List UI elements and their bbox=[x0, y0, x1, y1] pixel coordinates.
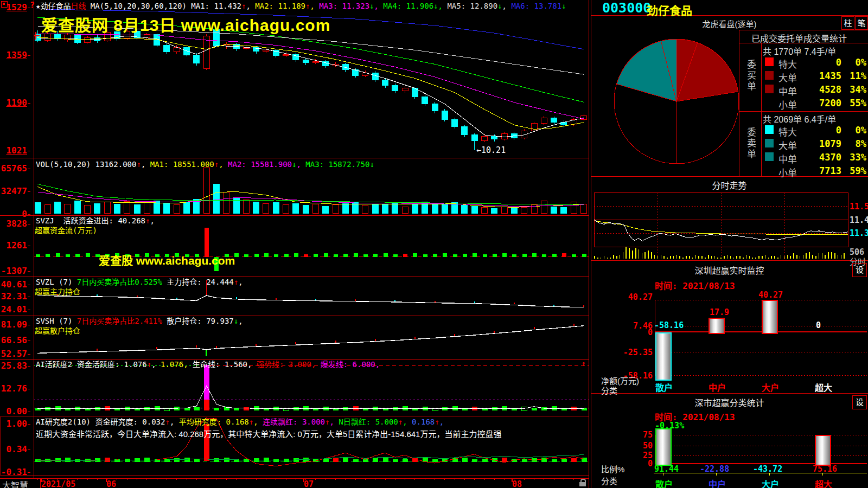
monitor-bar-大户 bbox=[762, 300, 778, 334]
stats-settings-button[interactable]: 设 bbox=[852, 395, 867, 409]
intraday-title: 分时走势 bbox=[591, 178, 868, 191]
stats-axis-label: 50 bbox=[622, 441, 653, 451]
stats-bar-散户 bbox=[655, 428, 672, 466]
monitor-category: 散户 bbox=[655, 381, 673, 394]
monitor-bar-中户 bbox=[709, 318, 725, 334]
header-segment: MA2: 11.189 bbox=[255, 2, 305, 10]
svzj-axis-label: -1307 bbox=[0, 266, 30, 276]
header-segment: 1.076 bbox=[161, 360, 183, 369]
stats-bar-超大 bbox=[815, 435, 831, 466]
watermark-main: 爱查股网 8月13日 www.aichagu.com bbox=[41, 12, 330, 36]
monitor-title: 深圳超赢实时监控 bbox=[591, 264, 868, 277]
tab-bar-mode[interactable]: 柱 bbox=[841, 16, 854, 30]
svzj-axis-label: 1261 bbox=[0, 240, 30, 251]
table-row: 小单720055% bbox=[761, 97, 867, 110]
header-segment: MA(5,10,20,30,60,120) bbox=[86, 2, 191, 10]
tab-stroke-mode[interactable]: 笔 bbox=[855, 16, 868, 30]
monitor-bar-value: 0 bbox=[816, 320, 821, 330]
stats-unit-label: 比例% bbox=[601, 463, 624, 474]
monitor-category: 中户 bbox=[709, 381, 726, 394]
header-segment: 生命线: 1.560, bbox=[193, 360, 257, 369]
header-segment: ↓ bbox=[369, 160, 374, 169]
header-segment: , bbox=[502, 2, 512, 10]
svzl-axis-label: 24.01 bbox=[0, 304, 30, 314]
header-segment: , bbox=[151, 360, 161, 369]
header-segment: MA2: 15581.900 bbox=[228, 160, 292, 169]
vol-axis-label: 32477 bbox=[0, 186, 30, 196]
header-segment: ↑ bbox=[145, 216, 150, 225]
monitor-bar-value: 17.9 bbox=[710, 307, 729, 317]
header-segment: ↓ bbox=[234, 317, 238, 325]
price-axis-label: 1190 bbox=[0, 98, 30, 108]
header-segment: , bbox=[246, 2, 255, 10]
volume-class-swatch bbox=[765, 125, 774, 134]
header-segment: 散户持仓: 79.937 bbox=[162, 317, 234, 325]
aihyd-axis-label: 25.83 bbox=[0, 361, 30, 371]
ai-activity-arrow: ↑ bbox=[582, 359, 586, 368]
stats-axis-label: 75 bbox=[622, 430, 653, 440]
watermark-svzj: 爱查股 www.aichagu.com bbox=[99, 252, 235, 268]
svsh-header: SVSH (7) 7日内买卖净占比2.411% 散户持仓: 79.937↓, bbox=[36, 317, 243, 325]
intraday-price-close: 11.47 bbox=[850, 215, 868, 225]
stats-category: 散户 bbox=[655, 477, 673, 488]
stats-cat-label: 分类 bbox=[601, 475, 617, 486]
header-segment: MA5: 12.890 bbox=[447, 2, 497, 10]
stats-title: 深市超赢分类统计 bbox=[591, 396, 868, 409]
header-segment: , bbox=[219, 160, 228, 169]
buy-side-label: 委买单 bbox=[744, 60, 757, 92]
stats-bar-value: -43.72 bbox=[753, 464, 782, 474]
header-segment: SVZL (7) bbox=[36, 278, 77, 286]
svzl-header: SVZL (7) 7日内买卖净占比0.525% 主力持仓: 24.444↑, bbox=[36, 278, 243, 286]
table-row: 大单10798% bbox=[761, 137, 867, 151]
header-segment: ↓ bbox=[369, 2, 374, 10]
svzl-subtitle: 超赢主力持仓 bbox=[35, 286, 80, 297]
header-segment: ↑ bbox=[214, 160, 219, 169]
header-segment: 13162.000 bbox=[95, 160, 137, 169]
intraday-price-high: 11.59 bbox=[850, 202, 868, 211]
header-segment: VOL(5,10,20) bbox=[36, 160, 95, 169]
header-segment: MA1: 11.432 bbox=[191, 2, 241, 10]
brand-label: 大智慧 bbox=[2, 478, 28, 488]
volume-class-swatch bbox=[765, 85, 774, 93]
table-row: 小单771359% bbox=[761, 164, 867, 178]
vol-axis-label: 65765 bbox=[0, 163, 30, 174]
header-segment: , bbox=[238, 317, 242, 325]
monitor-axis-label: 0 bbox=[622, 328, 653, 337]
stock-code: 003000 bbox=[602, 0, 651, 16]
header-segment: , bbox=[150, 216, 154, 225]
candles bbox=[35, 28, 587, 150]
header-segment: , bbox=[374, 2, 384, 10]
header-segment: , bbox=[297, 160, 306, 169]
table-row: 特大00% bbox=[761, 124, 867, 137]
header-segment: ↑ bbox=[147, 360, 151, 369]
header-segment: 7日内买卖净占比0.525% bbox=[77, 278, 162, 286]
header-segment: SVZJ 活跃资金进出: 40.268 bbox=[36, 216, 145, 225]
svzj-subtitle: 超赢资金流(万元) bbox=[35, 224, 97, 235]
header-segment: SVSH (7) bbox=[36, 317, 77, 325]
monitor-category: 超大 bbox=[815, 381, 832, 394]
monitor-cat-label: 分类 bbox=[601, 384, 617, 396]
selected-pane-border bbox=[1, 416, 589, 476]
monitor-settings-button[interactable]: 设 bbox=[852, 263, 867, 277]
x-axis-month: 07 bbox=[304, 479, 314, 488]
header-segment: ↑ bbox=[234, 278, 238, 286]
header-segment: ↓ bbox=[561, 2, 566, 10]
header-segment: MA6: 13.781 bbox=[511, 2, 561, 10]
stats-category: 中户 bbox=[709, 477, 726, 488]
low-price-annotation: ←10.21 bbox=[476, 145, 506, 155]
header-segment: ↑ bbox=[305, 2, 310, 10]
svzl-axis-label: 40.61 bbox=[0, 279, 30, 290]
stats-category: 大户 bbox=[762, 477, 779, 488]
header-segment: 日线 bbox=[71, 2, 86, 10]
monitor-bar-value: -58.16 bbox=[654, 320, 684, 330]
header-segment: ↓ bbox=[497, 2, 502, 10]
header-segment: 强势线: 3.000, bbox=[257, 360, 321, 369]
volume-class-swatch bbox=[765, 57, 774, 66]
price-axis-label: 1529 bbox=[0, 2, 30, 12]
stats-category: 超大 bbox=[815, 477, 832, 488]
kline-header: ★劲仔食品日线 MA(5,10,20,30,60,120) MA1: 11.43… bbox=[36, 2, 566, 10]
header-segment: 7日内买卖净占比2.411% bbox=[77, 317, 162, 325]
monitor-bar-散户 bbox=[655, 332, 672, 381]
header-segment: 主力持仓: 24.444 bbox=[162, 278, 234, 286]
ai-activity-header: AI活跃度2 资金活跃度: 1.076↑, 1.076, 生命线: 1.560,… bbox=[36, 360, 380, 369]
